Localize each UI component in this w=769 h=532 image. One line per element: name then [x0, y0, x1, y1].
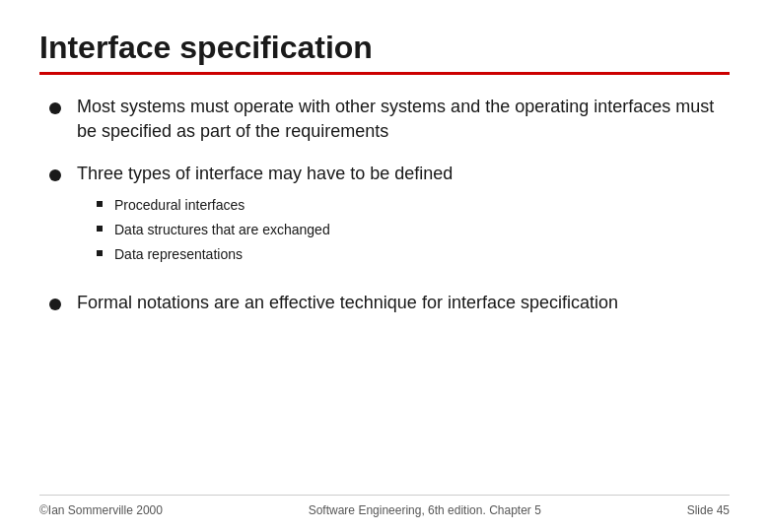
sub-bullet-text-2: Data structures that are exchanged [114, 220, 330, 240]
sub-bullet-dot-3 [97, 250, 103, 256]
sub-bullet-text-3: Data representations [114, 244, 243, 265]
footer-left: ©Ian Sommerville 2000 [39, 503, 163, 517]
sub-bullet-item-3: Data representations [97, 244, 453, 265]
bullet-2-content: Three types of interface may have to be … [77, 162, 453, 272]
sub-bullet-dot-1 [97, 201, 103, 207]
sub-bullets-2: Procedural interfaces Data structures th… [97, 195, 453, 265]
bullet-item-3: Formal notations are an effective techni… [49, 291, 720, 315]
bullet-dot-1 [49, 102, 61, 114]
title-area: Interface specification [39, 30, 730, 75]
sub-bullet-item-1: Procedural interfaces [97, 195, 453, 216]
bullet-item-2: Three types of interface may have to be … [49, 162, 720, 272]
bullet-item-1: Most systems must operate with other sys… [49, 95, 720, 144]
bullet-text-3: Formal notations are an effective techni… [77, 291, 618, 315]
title-underline [39, 72, 730, 75]
slide-title: Interface specification [39, 30, 730, 66]
bullet-dot-3 [49, 299, 61, 310]
bullet-dot-2 [49, 169, 61, 181]
sub-bullet-dot-2 [97, 226, 103, 232]
bullet-text-1: Most systems must operate with other sys… [77, 95, 720, 144]
slide: Interface specification Most systems mus… [0, 0, 769, 532]
bullet-text-2: Three types of interface may have to be … [77, 164, 453, 183]
footer: ©Ian Sommerville 2000 Software Engineeri… [39, 495, 730, 517]
footer-right: Slide 45 [687, 503, 730, 517]
footer-center: Software Engineering, 6th edition. Chapt… [309, 503, 541, 517]
content-area: Most systems must operate with other sys… [39, 95, 730, 315]
sub-bullet-text-1: Procedural interfaces [114, 195, 245, 216]
sub-bullet-item-2: Data structures that are exchanged [97, 220, 453, 240]
